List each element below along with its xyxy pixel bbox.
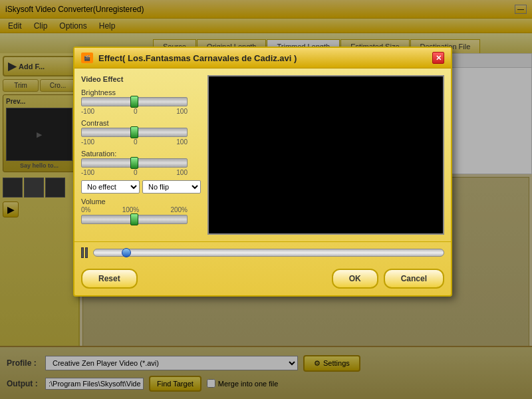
volume-control: Volume 0% 100% 200% <box>81 198 201 225</box>
pause-button[interactable] <box>81 247 88 258</box>
contrast-slider-labels: -100 0 100 <box>81 138 188 146</box>
dialog-close-button[interactable]: ✕ <box>432 52 444 64</box>
controls-panel: Video Effect Brightness -100 0 100 Contr <box>81 75 201 235</box>
reset-button[interactable]: Reset <box>81 269 138 289</box>
brightness-slider-thumb[interactable] <box>130 96 138 108</box>
cancel-button[interactable]: Cancel <box>384 269 444 289</box>
volume-label: Volume <box>81 198 201 205</box>
volume-labels: 0% 100% 200% <box>81 206 188 213</box>
effect-dropdown[interactable]: No effect Grayscale Sepia <box>81 180 140 194</box>
effect-dialog: 🎬 Effect( Los.Fantasmas Carnavales de Ca… <box>73 47 452 297</box>
effect-dropdowns: No effect Grayscale Sepia No flip Flip H… <box>81 180 201 194</box>
effect-dialog-body: Video Effect Brightness -100 0 100 Contr <box>74 68 451 241</box>
saturation-control: Saturation: -100 0 100 <box>81 150 201 176</box>
brightness-slider-track[interactable] <box>81 97 188 106</box>
progress-bar[interactable] <box>93 249 444 257</box>
pause-bar-2 <box>85 247 88 258</box>
video-effect-title: Video Effect <box>81 75 201 83</box>
effect-dialog-title: 🎬 Effect( Los.Fantasmas Carnavales de Ca… <box>81 53 297 63</box>
film-icon: 🎬 <box>81 53 93 63</box>
contrast-label: Contrast <box>81 119 201 127</box>
dialog-footer: Reset OK Cancel <box>74 263 451 295</box>
brightness-slider-labels: -100 0 100 <box>81 108 188 115</box>
saturation-slider-track[interactable] <box>81 158 188 168</box>
contrast-slider-thumb[interactable] <box>130 126 138 138</box>
dialog-bottom-controls <box>74 241 451 263</box>
ok-button[interactable]: OK <box>332 269 378 289</box>
saturation-label: Saturation: <box>81 150 201 158</box>
dialog-video-preview <box>207 75 444 235</box>
contrast-control: Contrast -100 0 100 <box>81 119 201 146</box>
playback-controls <box>81 247 444 258</box>
brightness-label: Brightness <box>81 88 201 96</box>
flip-dropdown[interactable]: No flip Flip H Flip V <box>142 180 201 194</box>
volume-slider-track[interactable] <box>81 215 188 224</box>
saturation-slider-labels: -100 0 100 <box>81 169 188 176</box>
modal-overlay: 🎬 Effect( Los.Fantasmas Carnavales de Ca… <box>0 0 532 399</box>
contrast-slider-track[interactable] <box>81 128 188 137</box>
progress-thumb[interactable] <box>122 248 131 257</box>
pause-bar-1 <box>81 247 84 258</box>
brightness-control: Brightness -100 0 100 <box>81 88 201 115</box>
volume-slider-thumb[interactable] <box>130 213 138 225</box>
effect-dialog-header: 🎬 Effect( Los.Fantasmas Carnavales de Ca… <box>74 48 451 68</box>
ok-cancel-buttons: OK Cancel <box>332 269 444 289</box>
saturation-slider-thumb[interactable] <box>130 157 138 169</box>
